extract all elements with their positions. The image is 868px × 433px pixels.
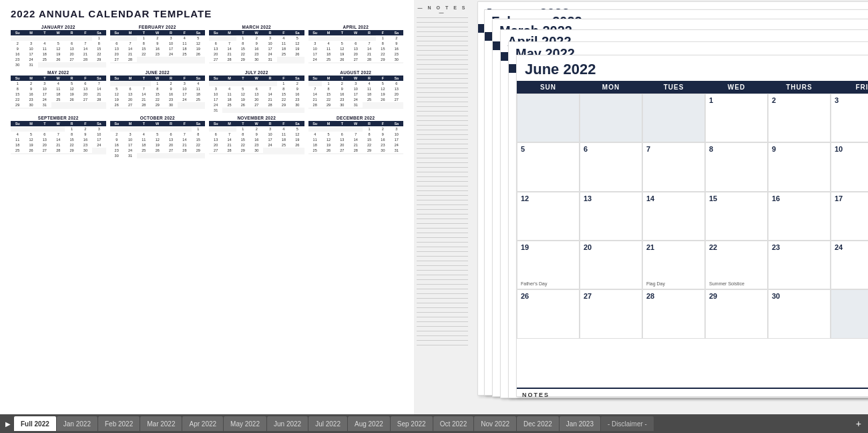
mini-cal-day (110, 126, 124, 132)
mini-cal-day: 2 (290, 81, 304, 86)
tab-jan-2023[interactable]: Jan 2023 (560, 416, 600, 431)
mini-cal-day: 10 (124, 137, 137, 142)
tab---disclaimer--[interactable]: - Disclaimer - (601, 416, 654, 431)
mini-cal-day: 12 (51, 46, 65, 51)
mini-cal-day: 8 (65, 132, 78, 137)
mini-cal-day: 9 (335, 86, 349, 92)
june-day-number: 6 (584, 145, 588, 153)
mini-cal-header-Su: Su (308, 76, 322, 81)
mini-cal-day (222, 108, 236, 113)
notes-line (417, 303, 468, 303)
add-tab-button[interactable]: + (852, 418, 865, 429)
mini-cal-day: 18 (51, 92, 65, 97)
mini-cal-header-Sa: Sa (290, 30, 304, 35)
tab-dec-2022[interactable]: Dec 2022 (517, 416, 559, 431)
mini-cal-header-Su: Su (209, 76, 222, 81)
mini-month-title-6: JULY 2022 (209, 70, 304, 75)
mini-cal-day: 22 (236, 51, 250, 57)
june-cell-2-3: 15 (705, 192, 768, 241)
tab-jun-2022[interactable]: Jun 2022 (267, 416, 308, 431)
mini-cal-day: 20 (250, 97, 263, 102)
mini-month-title-11: DECEMBER 2022 (308, 116, 404, 120)
tab-nov-2022[interactable]: Nov 2022 (474, 416, 516, 431)
mini-cal-header-W: W (349, 30, 363, 35)
tab-full-2022[interactable]: Full 2022 (14, 416, 56, 431)
mini-cal-header-Su: Su (11, 30, 24, 35)
mini-month-title-1: FEBRUARY 2022 (110, 25, 206, 29)
mini-cal-day: 27 (124, 102, 137, 108)
mini-cal-day: 30 (250, 148, 263, 153)
mini-cal-day: 20 (335, 142, 349, 148)
notes-line (417, 59, 468, 60)
tab-apr-2022[interactable]: Apr 2022 (182, 416, 223, 431)
tab-aug-2022[interactable]: Aug 2022 (348, 416, 390, 431)
mini-cal-day: 23 (164, 97, 178, 102)
mini-cal-day: 24 (92, 142, 105, 148)
mini-cal-day: 30 (290, 102, 304, 108)
notes-line (417, 195, 468, 196)
mini-cal-header-Sa: Sa (390, 121, 403, 126)
mini-cal-day: 29 (11, 102, 24, 108)
mini-cal-day: 7 (51, 132, 65, 137)
june-day-number: 26 (521, 292, 529, 300)
mini-cal-day: 2 (110, 132, 124, 137)
mini-cal-day (290, 57, 304, 62)
mini-cal-day: 21 (222, 51, 236, 57)
mini-cal-day: 6 (335, 132, 349, 137)
mini-cal-table-7: SuMTWRFSa1234567891011121314151617181920… (308, 76, 404, 109)
mini-cal-day: 9 (290, 86, 304, 92)
mini-cal-day: 22 (92, 51, 105, 57)
june-day-number: 1 (709, 96, 713, 104)
mini-cal-day (24, 108, 37, 109)
june-day-number: 17 (835, 194, 843, 202)
mini-cal-day: 9 (24, 86, 37, 92)
mini-cal-day: 17 (349, 92, 363, 97)
mini-cal-day (209, 126, 222, 132)
mini-cal-day: 30 (11, 62, 24, 67)
mini-cal-day: 8 (363, 132, 376, 137)
mini-cal-day (178, 57, 191, 62)
tab-jan-2022[interactable]: Jan 2022 (57, 416, 97, 431)
mini-cal-header-W: W (349, 121, 363, 126)
june-day-number: 13 (584, 194, 592, 202)
play-button[interactable]: ▶ (3, 419, 13, 429)
mini-cal-day: 9 (390, 41, 403, 46)
june-day-number: 5 (521, 145, 525, 153)
mini-cal-day: 5 (335, 41, 349, 46)
mini-cal-day: 20 (209, 142, 222, 148)
june-cell-2-2: 14 (642, 192, 705, 241)
mini-cal-day: 3 (178, 81, 191, 86)
notes-line (417, 74, 468, 74)
mini-cal-day: 25 (322, 57, 335, 62)
mini-cal-day: 5 (290, 126, 304, 132)
notes-line (417, 125, 468, 126)
mini-cal-header-Su: Su (110, 121, 124, 126)
tab-jul-2022[interactable]: Jul 2022 (308, 416, 347, 431)
mini-cal-day: 7 (178, 132, 191, 137)
mini-cal-day: 29 (92, 57, 105, 62)
mini-cal-day (349, 153, 363, 154)
mini-cal-day: 18 (277, 137, 290, 142)
mini-cal-day: 5 (51, 41, 65, 46)
tab-mar-2022[interactable]: Mar 2022 (140, 416, 182, 431)
mini-cal-day (38, 108, 51, 109)
mini-cal-day (51, 62, 65, 67)
mini-cal-day (192, 108, 205, 109)
mini-cal-day (277, 153, 290, 154)
mini-cal-day: 26 (51, 57, 65, 62)
tab-feb-2022[interactable]: Feb 2022 (98, 416, 140, 431)
tab-oct-2022[interactable]: Oct 2022 (433, 416, 474, 431)
mini-cal-day: 24 (390, 142, 403, 148)
june-cell-0-5: 3 (831, 94, 868, 142)
tab-sep-2022[interactable]: Sep 2022 (391, 416, 433, 431)
mini-cal-day (51, 102, 65, 108)
mini-cal-header-Su: Su (110, 76, 124, 81)
mini-cal-day: 31 (124, 153, 137, 158)
mini-cal-day: 8 (376, 41, 389, 46)
mini-cal-day: 7 (363, 41, 376, 46)
notes-line (417, 102, 468, 102)
mini-cal-header-W: W (250, 121, 263, 126)
tab-may-2022[interactable]: May 2022 (224, 416, 266, 431)
mini-cal-header-W: W (349, 76, 363, 81)
mini-cal-day: 30 (24, 102, 37, 108)
